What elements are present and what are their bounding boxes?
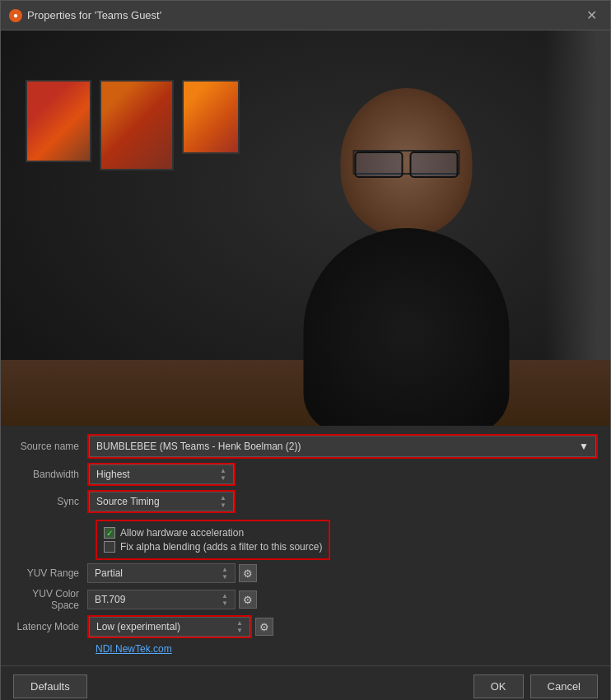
source-name-label: Source name — [13, 441, 87, 452]
defaults-button[interactable]: Defaults — [13, 674, 87, 698]
source-name-arrow: ▼ — [579, 441, 589, 452]
sync-row: Sync Source Timing ▲ ▼ — [13, 490, 598, 513]
yuv-range-control: Partial ▲ ▼ ⚙ — [87, 563, 598, 583]
controls-area: Source name BUMBLEBEE (MS Teams - Henk B… — [1, 426, 610, 665]
yuv-color-space-row: YUV Color Space BT.709 ▲ ▼ ⚙ — [13, 588, 598, 611]
title-bar: ● Properties for 'Teams Guest' ✕ — [1, 1, 610, 30]
video-scene — [1, 30, 610, 426]
fix-alpha-label: Fix alpha blending (adds a filter to thi… — [120, 541, 322, 553]
glasses — [353, 150, 460, 175]
yuv-color-space-label: YUV Color Space — [13, 588, 87, 611]
latency-mode-control: Low (experimental) ▲ ▼ ⚙ — [87, 615, 598, 638]
hw-accel-label: Allow hardware acceleration — [120, 527, 244, 539]
latency-mode-spinner[interactable]: ▲ ▼ — [236, 619, 243, 634]
yuv-color-gear-button[interactable]: ⚙ — [239, 590, 257, 609]
ok-button[interactable]: OK — [473, 674, 524, 698]
bandwidth-label: Bandwidth — [13, 469, 87, 480]
latency-mode-label: Latency Mode — [13, 621, 87, 632]
sync-label: Sync — [13, 496, 87, 507]
yuv-range-gear-button[interactable]: ⚙ — [239, 564, 257, 582]
dialog-title: Properties for 'Teams Guest' — [27, 9, 161, 21]
source-name-row: Source name BUMBLEBEE (MS Teams - Henk B… — [13, 434, 598, 459]
yuv-range-row: YUV Range Partial ▲ ▼ ⚙ — [13, 562, 598, 584]
yuv-range-spinner[interactable]: ▲ ▼ — [222, 566, 228, 581]
close-button[interactable]: ✕ — [581, 6, 602, 25]
app-icon: ● — [9, 9, 22, 22]
sync-control: Source Timing ▲ ▼ — [87, 490, 598, 513]
body — [304, 228, 510, 426]
sync-spinner[interactable]: ▲ ▼ — [220, 494, 226, 509]
art-panel-1 — [26, 80, 91, 162]
title-bar-left: ● Properties for 'Teams Guest' — [9, 9, 161, 22]
bandwidth-spinner[interactable]: ▲ ▼ — [220, 467, 226, 482]
yuv-color-space-spinner[interactable]: ▲ ▼ — [222, 592, 228, 607]
ndi-link[interactable]: NDI.NewTek.com — [96, 643, 172, 655]
bottom-bar: Defaults OK Cancel — [1, 665, 610, 700]
checkboxes-group: ✓ Allow hardware acceleration ✓ Fix alph… — [96, 520, 330, 560]
ok-cancel-group: OK Cancel — [473, 674, 598, 698]
yuv-range-label: YUV Range — [13, 567, 87, 579]
hw-accel-row: ✓ Allow hardware acceleration — [104, 527, 322, 539]
art-panel-3 — [182, 80, 240, 154]
latency-mode-row: Latency Mode Low (experimental) ▲ ▼ ⚙ — [13, 615, 598, 638]
sync-field[interactable]: Source Timing ▲ ▼ — [89, 492, 234, 511]
head — [341, 88, 473, 236]
hw-accel-checkbox[interactable]: ✓ — [104, 527, 115, 539]
person-silhouette — [263, 80, 551, 426]
bandwidth-field[interactable]: Highest ▲ ▼ — [89, 464, 234, 484]
yuv-color-space-field[interactable]: BT.709 ▲ ▼ — [87, 590, 236, 609]
ndi-link-row: NDI.NewTek.com — [13, 642, 598, 655]
art-panel-2 — [100, 80, 174, 170]
source-name-select[interactable]: BUMBLEBEE (MS Teams - Henk Boelman (2)) … — [89, 436, 596, 457]
yuv-color-space-control: BT.709 ▲ ▼ ⚙ — [87, 590, 598, 609]
fix-alpha-checkbox[interactable]: ✓ — [104, 541, 115, 553]
yuv-range-field[interactable]: Partial ▲ ▼ — [87, 563, 236, 583]
source-name-control: BUMBLEBEE (MS Teams - Henk Boelman (2)) … — [87, 434, 598, 459]
fix-alpha-row: ✓ Fix alpha blending (adds a filter to t… — [104, 541, 322, 553]
cancel-button[interactable]: Cancel — [530, 674, 598, 698]
preview-area — [1, 30, 610, 426]
bandwidth-control: Highest ▲ ▼ — [87, 463, 598, 486]
bandwidth-row: Bandwidth Highest ▲ ▼ — [13, 463, 598, 486]
latency-gear-button[interactable]: ⚙ — [255, 618, 273, 636]
latency-mode-field[interactable]: Low (experimental) ▲ ▼ — [89, 617, 250, 637]
properties-dialog: ● Properties for 'Teams Guest' ✕ — [0, 0, 611, 700]
